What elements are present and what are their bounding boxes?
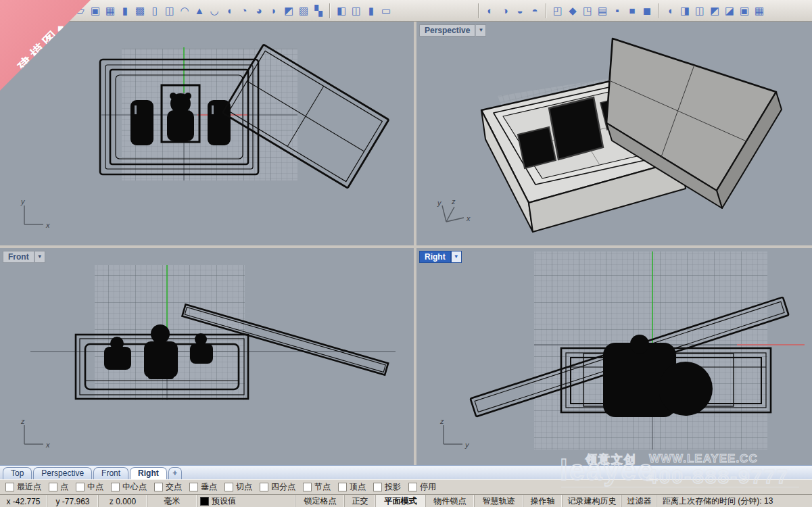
surface-from-network-icon[interactable]: ▦ xyxy=(103,3,118,19)
cube-icon[interactable]: ■ xyxy=(625,3,640,19)
cube-shaded-icon[interactable]: ◼ xyxy=(640,3,654,19)
tab-top[interactable]: Top xyxy=(3,467,32,479)
cylinder-icon[interactable]: ▯ xyxy=(147,3,162,19)
layer-color-swatch[interactable] xyxy=(200,497,209,506)
cutting-plane-icon[interactable]: ▮ xyxy=(118,3,133,19)
box-edit-points-icon[interactable]: ▣ xyxy=(737,3,752,19)
solid-polyhedron-icon[interactable]: ◆ xyxy=(565,3,580,19)
axis-label-y: y xyxy=(464,441,470,449)
box-with-hole-icon[interactable]: ◳ xyxy=(580,3,595,19)
point-grid-icon[interactable]: ▚ xyxy=(311,3,326,19)
revolve-2-icon[interactable]: ◕ xyxy=(252,3,266,19)
viewport-top[interactable]: y x xyxy=(0,22,414,245)
dome-icon[interactable]: ◠ xyxy=(177,3,192,19)
surface-corner-points-icon[interactable]: ▱ xyxy=(73,3,88,19)
checkbox-disable[interactable] xyxy=(408,483,417,491)
layer-indicator[interactable]: 预设值 xyxy=(197,495,296,507)
toggle-smart-track[interactable]: 智慧轨迹 xyxy=(475,495,523,507)
checkbox-midpoint[interactable] xyxy=(76,483,85,491)
checkbox-nearest[interactable] xyxy=(5,483,14,491)
checkbox-vertex[interactable] xyxy=(338,483,347,491)
toggle-filter[interactable]: 过滤器 xyxy=(622,495,657,507)
toggle-ortho[interactable]: 正交 xyxy=(345,495,376,507)
solid-box-icon[interactable]: ◰ xyxy=(550,3,565,19)
floating-window-icon[interactable]: ▭ xyxy=(379,3,393,19)
stacked-panels-icon[interactable]: ▮ xyxy=(364,3,379,19)
shaded-display-icon[interactable]: ◧ xyxy=(334,3,349,19)
toggle-gumball[interactable]: 操作轴 xyxy=(523,495,563,507)
viewport-perspective[interactable]: Perspective ▼ xyxy=(416,22,812,245)
axis-gizmo-perspective xyxy=(442,206,464,222)
toolbar-group-boolean-tools: ◐◑◒◓ xyxy=(483,3,542,19)
axis-label-x: x xyxy=(45,441,50,449)
osnap-label: 交点 xyxy=(166,481,182,493)
boolean-intersection-icon[interactable]: ◒ xyxy=(512,3,527,19)
units-millimeters[interactable]: 毫米 xyxy=(147,495,197,507)
toolbar-separator xyxy=(546,3,547,18)
tab-perspective[interactable]: Perspective xyxy=(33,467,92,479)
rail-revolve-icon[interactable]: ◗ xyxy=(266,3,281,19)
osnap-label: 投影 xyxy=(385,481,401,493)
chevron-down-icon[interactable]: ▼ xyxy=(451,251,462,263)
top-view-canvas[interactable]: y x xyxy=(0,22,414,245)
axis-gizmo-right xyxy=(444,425,462,444)
checkbox-intersection[interactable] xyxy=(154,483,163,491)
toolbar-separator xyxy=(329,3,331,18)
checkbox-center[interactable] xyxy=(111,483,120,491)
viewport-front[interactable]: Front ▼ xyxy=(0,248,414,465)
drape-surface-icon[interactable]: ◩ xyxy=(281,3,296,19)
tab-right[interactable]: Right xyxy=(130,467,167,479)
viewport-label-right[interactable]: Right ▼ xyxy=(419,251,462,263)
tab-front[interactable]: Front xyxy=(93,467,128,479)
boolean-split-icon[interactable]: ◓ xyxy=(527,3,542,19)
extrude-along-curve-icon[interactable]: ◪ xyxy=(722,3,737,19)
cube-small-icon[interactable]: ▪ xyxy=(610,3,625,19)
slab-stack-icon[interactable]: ▤ xyxy=(595,3,610,19)
toggle-record-history[interactable]: 记录建构历史 xyxy=(563,495,622,507)
viewport-label-text[interactable]: Perspective xyxy=(419,24,475,37)
surface-edit-points-icon[interactable]: ▣ xyxy=(88,3,103,19)
cage-edit-icon[interactable]: ▦ xyxy=(752,3,767,19)
tube-icon[interactable]: ◫ xyxy=(162,3,177,19)
chevron-down-icon[interactable]: ▼ xyxy=(34,251,45,263)
checkbox-perpendicular[interactable] xyxy=(189,483,198,491)
toolbar-group-solid-tools: ◰◆◳▤▪■◼ xyxy=(550,3,654,19)
perspective-view-canvas[interactable]: y z x xyxy=(416,22,812,245)
boolean-difference-icon[interactable]: ◑ xyxy=(498,3,512,19)
viewport-label-perspective[interactable]: Perspective ▼ xyxy=(419,24,486,37)
extrude-both-sides-icon[interactable]: ◫ xyxy=(692,3,707,19)
heightfield-mesh-icon[interactable]: ▩ xyxy=(133,3,147,19)
toggle-planar-mode[interactable]: 平面模式 xyxy=(376,495,426,507)
front-view-canvas[interactable]: z x xyxy=(0,248,414,465)
chevron-down-icon[interactable]: ▼ xyxy=(475,24,486,37)
toolbar-separator xyxy=(658,3,659,18)
right-view-canvas[interactable]: z y xyxy=(416,248,812,465)
add-viewport-tab-button[interactable]: + xyxy=(168,467,182,479)
patch-surface-icon[interactable]: ▨ xyxy=(296,3,311,19)
dome-slice-icon[interactable]: ◖ xyxy=(663,3,677,19)
coord-z: z 0.000 xyxy=(99,495,147,507)
revolve-1-icon[interactable]: ◔ xyxy=(237,3,252,19)
checkbox-tangent[interactable] xyxy=(224,483,233,491)
osnap-label: 停用 xyxy=(420,481,436,493)
viewport-label-front[interactable]: Front ▼ xyxy=(3,251,45,263)
toggle-osnap[interactable]: 物件锁点 xyxy=(426,495,475,507)
extrude-tapered-icon[interactable]: ◩ xyxy=(707,3,722,19)
viewport-split-icon[interactable]: ◫ xyxy=(349,3,364,19)
extrude-straight-icon[interactable]: ◨ xyxy=(677,3,692,19)
checkbox-knot[interactable] xyxy=(303,483,312,491)
cone-icon[interactable]: ▲ xyxy=(192,3,207,19)
viewport-label-text[interactable]: Right xyxy=(419,251,451,263)
axis-label-z: z xyxy=(20,417,25,425)
checkbox-project[interactable] xyxy=(373,483,382,491)
osnap-item-vertex: 顶点 xyxy=(338,481,366,493)
pipe-curve-icon[interactable]: ◡ xyxy=(207,3,222,19)
viewport-label-text[interactable]: Front xyxy=(3,251,34,263)
checkbox-point[interactable] xyxy=(49,483,57,491)
boolean-union-icon[interactable]: ◐ xyxy=(483,3,498,19)
toggle-grid-snap[interactable]: 锁定格点 xyxy=(296,495,345,507)
axis-label-z: z xyxy=(451,197,456,206)
blob-surface-icon[interactable]: ◖ xyxy=(222,3,237,19)
viewport-right[interactable]: Right ▼ xyxy=(416,248,812,465)
checkbox-quadrant[interactable] xyxy=(260,483,268,491)
